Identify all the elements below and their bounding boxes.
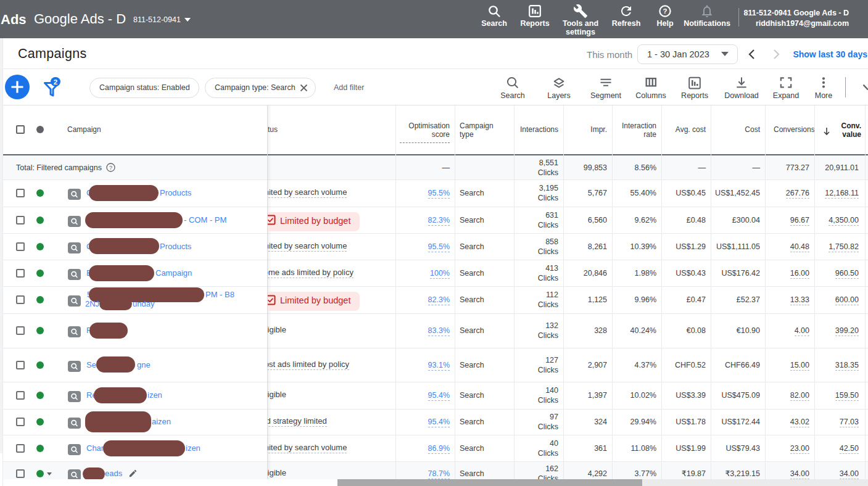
svg-text:?: ? bbox=[663, 7, 667, 15]
svg-text:?: ? bbox=[109, 165, 112, 171]
